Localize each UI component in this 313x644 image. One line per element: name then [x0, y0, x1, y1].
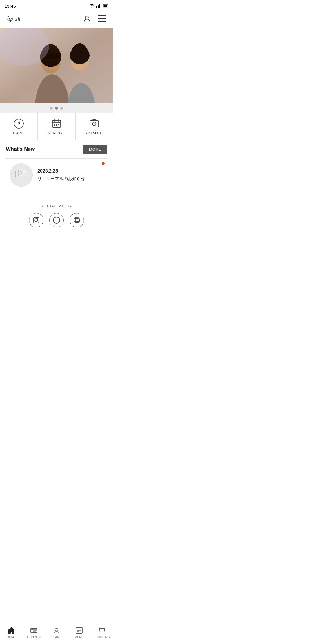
catalog-label: CATALOG — [86, 131, 103, 135]
header: apish ★ — [0, 10, 113, 28]
status-icons — [89, 4, 108, 8]
svg-rect-30 — [54, 125, 55, 126]
instagram-button[interactable] — [29, 213, 43, 227]
svg-rect-28 — [56, 124, 57, 125]
point-label: POINT — [13, 131, 24, 135]
catalog-icon — [89, 118, 99, 129]
menu-button[interactable] — [97, 14, 107, 24]
more-button[interactable]: MORE — [83, 145, 107, 154]
status-bar: 13:45 — [0, 0, 113, 10]
svg-rect-10 — [98, 18, 106, 19]
svg-rect-29 — [58, 124, 59, 125]
news-card[interactable]: 2023.2.28 リニューアルのお知らせ — [5, 158, 108, 191]
svg-text:★: ★ — [7, 15, 9, 17]
svg-rect-2 — [99, 4, 100, 8]
svg-rect-3 — [101, 4, 101, 8]
svg-text:P: P — [17, 121, 20, 126]
social-title: SOCIAL MEDIA — [6, 204, 107, 208]
whats-new-header: What's New MORE — [0, 140, 113, 158]
hamburger-icon — [98, 15, 106, 22]
dot-1[interactable] — [50, 107, 53, 110]
svg-point-8 — [85, 16, 88, 19]
instagram-icon — [33, 217, 40, 224]
battery-icon — [103, 4, 108, 8]
social-section: SOCIAL MEDIA f — [0, 197, 113, 234]
svg-rect-11 — [98, 21, 106, 22]
svg-rect-31 — [56, 125, 57, 126]
reserve-label: RESERVE — [48, 131, 65, 135]
wifi-icon — [89, 4, 94, 8]
nav-item-catalog[interactable]: CATALOG — [76, 113, 113, 140]
slider-dots — [0, 103, 113, 113]
whats-new-title: What's New — [6, 146, 35, 152]
hero-image — [0, 28, 113, 103]
dot-2[interactable] — [55, 107, 58, 110]
profile-icon — [83, 15, 91, 23]
profile-button[interactable] — [82, 13, 92, 25]
facebook-icon: f — [53, 217, 60, 224]
reserve-icon — [51, 118, 62, 129]
news-content: 2023.2.28 リニューアルのお知らせ — [37, 169, 103, 182]
svg-rect-5 — [103, 5, 107, 7]
svg-rect-0 — [96, 6, 97, 8]
point-icon: P — [14, 118, 24, 129]
thumbnail-icon — [15, 170, 27, 180]
svg-text:apish: apish — [7, 16, 21, 22]
facebook-button[interactable]: f — [49, 213, 64, 227]
logo-icon: apish ★ — [6, 13, 35, 25]
svg-rect-38 — [33, 217, 39, 223]
social-icons: f — [6, 213, 107, 227]
news-unread-badge — [102, 162, 105, 165]
news-title: リニューアルのお知らせ — [37, 176, 103, 182]
svg-rect-9 — [98, 15, 106, 16]
logo: apish ★ — [6, 13, 35, 25]
globe-icon — [73, 217, 80, 224]
svg-text:f: f — [56, 218, 58, 222]
header-actions — [82, 13, 107, 25]
svg-point-34 — [94, 123, 95, 124]
svg-rect-1 — [98, 5, 99, 8]
signal-icon — [96, 4, 101, 8]
quick-nav: P POINT RESERVE — [0, 113, 113, 140]
hero-illustration — [0, 28, 113, 103]
nav-item-reserve[interactable]: RESERVE — [38, 113, 75, 140]
website-button[interactable] — [70, 213, 84, 227]
news-date: 2023.2.28 — [37, 169, 103, 174]
svg-point-39 — [35, 219, 38, 222]
content-spacer — [0, 234, 113, 252]
news-thumbnail — [10, 163, 33, 187]
hero-slider[interactable] — [0, 28, 113, 103]
svg-rect-27 — [54, 124, 55, 125]
svg-point-40 — [37, 218, 38, 219]
dot-3[interactable] — [60, 107, 63, 110]
status-time: 13:45 — [5, 3, 16, 8]
nav-item-point[interactable]: P POINT — [0, 113, 38, 140]
